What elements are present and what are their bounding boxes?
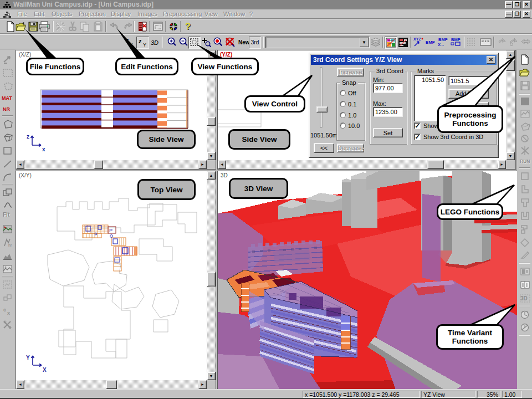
svg-text:3D: 3D [520, 295, 528, 301]
svg-text:c: c [3, 307, 6, 313]
svg-text:z: z [139, 38, 142, 44]
svg-text:hr: hr [8, 243, 12, 247]
svg-text:x: x [42, 146, 45, 152]
svg-text:x: x [7, 310, 10, 316]
svg-text:Y: Y [26, 355, 30, 361]
svg-text:X: X [43, 367, 47, 373]
svg-text:BMP: BMP [438, 37, 448, 42]
svg-text:Y: Y [143, 42, 146, 48]
svg-text:XYZ: XYZ [413, 37, 421, 41]
svg-text:X→: X→ [438, 42, 445, 47]
svg-text:3D: 3D [151, 39, 158, 46]
svg-text:New: New [238, 39, 250, 45]
svg-text:BMP: BMP [426, 40, 435, 45]
svg-text:z: z [27, 134, 29, 140]
svg-text:x: x [130, 42, 133, 47]
svg-text:z: z [126, 37, 129, 43]
svg-text:P: P [109, 228, 112, 233]
svg-text:BMP: BMP [451, 37, 461, 42]
